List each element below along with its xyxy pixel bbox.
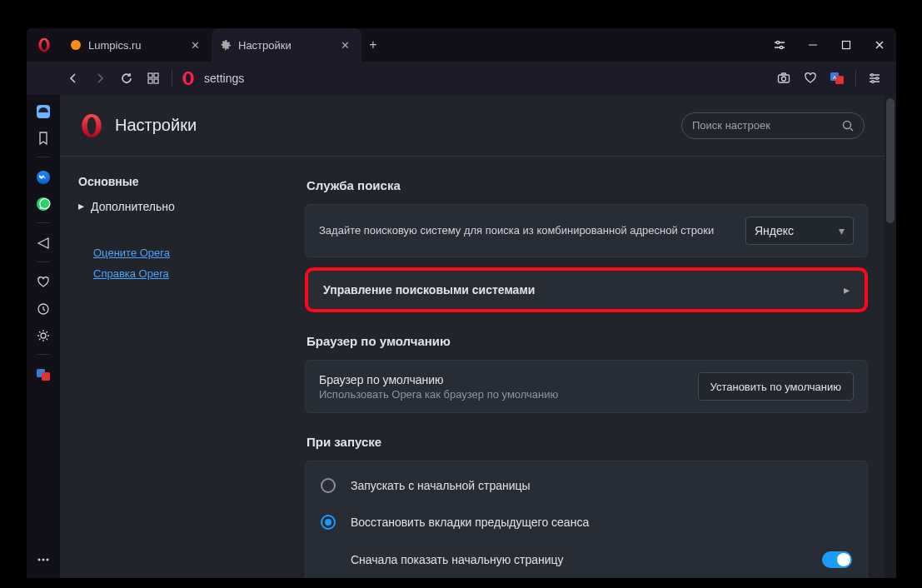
opera-menu-button[interactable] (27, 28, 62, 62)
rail-more[interactable] (32, 548, 55, 571)
new-tab-button[interactable]: + (361, 28, 385, 62)
heart-button[interactable] (797, 65, 824, 92)
scrollbar[interactable] (885, 95, 896, 578)
svg-text:A: A (833, 75, 836, 80)
chevron-right-icon: ▸ (78, 199, 84, 212)
manage-search-engines-row[interactable]: Управление поисковыми системами ▸ (305, 267, 868, 312)
settings-search-input[interactable]: Поиск настроек (681, 112, 865, 139)
search-icon (842, 120, 854, 132)
manage-search-engines-label: Управление поисковыми системами (323, 283, 535, 296)
tab-lumpics[interactable]: Lumpics.ru ✕ (62, 28, 212, 62)
startup-option-home[interactable]: Запускать с начальной страницы (319, 470, 854, 501)
nav-advanced[interactable]: ▸ Дополнительно (78, 200, 283, 213)
svg-point-6 (780, 46, 782, 48)
svg-rect-11 (148, 73, 152, 77)
easy-setup-button[interactable] (763, 28, 796, 62)
rail-extensions[interactable] (32, 324, 55, 347)
settings-nav: Основные ▸ Дополнительно Оцените Opera С… (60, 157, 302, 578)
svg-point-32 (41, 333, 46, 338)
default-browser-card: Браузер по умолчанию Использовать Opera … (305, 360, 868, 413)
search-engine-desc: Задайте поисковую систему для поиска из … (319, 222, 714, 239)
body: Настройки Поиск настроек Основные ▸ Допо… (27, 95, 896, 578)
rail-whatsapp[interactable] (32, 192, 55, 216)
search-placeholder: Поиск настроек (692, 119, 770, 132)
back-button[interactable] (60, 65, 87, 92)
svg-point-40 (844, 121, 851, 128)
scrollbar-thumb[interactable] (886, 98, 895, 223)
svg-point-37 (47, 559, 49, 561)
opera-window: Lumpics.ru ✕ Настройки ✕ + (27, 28, 896, 578)
svg-rect-13 (148, 79, 152, 83)
rail-translate[interactable] (32, 363, 55, 386)
close-window-button[interactable] (863, 28, 896, 62)
startup-card: Запускать с начальной страницы Восстанов… (305, 461, 868, 578)
nav-rate-opera-link[interactable]: Оцените Opera (93, 247, 283, 259)
toggle-on[interactable] (822, 551, 852, 568)
easy-setup-button-2[interactable] (861, 65, 888, 92)
toolbar: settings A (27, 62, 896, 95)
chevron-down-icon: ▾ (839, 224, 845, 237)
svg-point-27 (872, 81, 875, 83)
svg-point-39 (87, 117, 97, 134)
rail-flow[interactable] (32, 232, 55, 255)
svg-point-5 (776, 41, 779, 43)
nav-help-opera-link[interactable]: Справка Opera (93, 267, 283, 280)
svg-point-1 (42, 40, 47, 50)
svg-point-35 (38, 559, 41, 561)
svg-point-2 (71, 40, 81, 50)
chevron-right-icon: ▸ (844, 283, 850, 296)
svg-point-25 (871, 74, 874, 77)
snapshot-button[interactable] (770, 65, 797, 92)
set-default-button[interactable]: Установить по умолчанию (698, 372, 854, 401)
rail-history[interactable] (32, 297, 55, 321)
radio-icon (321, 478, 336, 493)
settings-header: Настройки Поиск настроек (60, 95, 885, 157)
default-browser-label: Браузер по умолчанию (319, 373, 558, 386)
svg-point-36 (42, 559, 45, 561)
page-title: Настройки (115, 116, 197, 135)
svg-rect-34 (42, 372, 50, 381)
settings-main: Служба поиска Задайте поисковую систему … (302, 157, 885, 578)
startup-option-restore[interactable]: Восстановить вкладки предыдущего сеанса (319, 506, 854, 538)
svg-rect-8 (843, 42, 850, 49)
radio-checked-icon (321, 515, 336, 530)
svg-line-41 (850, 128, 853, 131)
toolbar-right: A (770, 65, 888, 92)
close-tab-icon[interactable]: ✕ (187, 37, 203, 53)
section-title-startup: При запуске (307, 435, 868, 449)
tab-label: Lumpics.ru (88, 39, 142, 52)
maximize-button[interactable] (830, 28, 863, 62)
rail-messenger[interactable] (32, 166, 55, 189)
address-bar[interactable]: settings (177, 71, 770, 86)
close-tab-icon[interactable]: ✕ (337, 37, 353, 53)
lumpics-favicon (70, 39, 82, 51)
rail-speed-dial[interactable] (32, 100, 55, 123)
window-controls (796, 28, 896, 62)
section-title-search: Служба поиска (307, 178, 868, 192)
translate-button[interactable]: A (824, 65, 850, 92)
minimize-button[interactable] (796, 28, 830, 62)
url-text: settings (204, 72, 244, 85)
rail-personal-news[interactable] (32, 271, 55, 294)
titlebar: Lumpics.ru ✕ Настройки ✕ + (27, 28, 896, 62)
sidebar-rail (27, 95, 60, 578)
nav-basic[interactable]: Основные (78, 175, 283, 188)
forward-button[interactable] (87, 65, 113, 92)
section-title-default-browser: Браузер по умолчанию (307, 334, 868, 348)
svg-point-26 (876, 77, 879, 80)
svg-rect-12 (154, 73, 158, 77)
search-engine-select[interactable]: Яндекс ▾ (745, 217, 854, 245)
svg-rect-17 (779, 75, 790, 82)
tab-settings[interactable]: Настройки ✕ (212, 28, 361, 62)
svg-point-18 (782, 77, 786, 81)
opera-icon (181, 71, 196, 86)
default-browser-sub: Использовать Opera как браузер по умолча… (319, 388, 558, 401)
opera-logo-icon (80, 114, 103, 137)
tab-label: Настройки (238, 39, 292, 52)
startup-show-home-first: Сначала показать начальную страницу (319, 543, 854, 576)
svg-rect-14 (154, 79, 158, 83)
speed-dial-button[interactable] (140, 65, 167, 92)
rail-bookmarks[interactable] (32, 127, 55, 150)
reload-button[interactable] (113, 65, 140, 92)
search-engine-card: Задайте поисковую систему для поиска из … (305, 204, 868, 257)
